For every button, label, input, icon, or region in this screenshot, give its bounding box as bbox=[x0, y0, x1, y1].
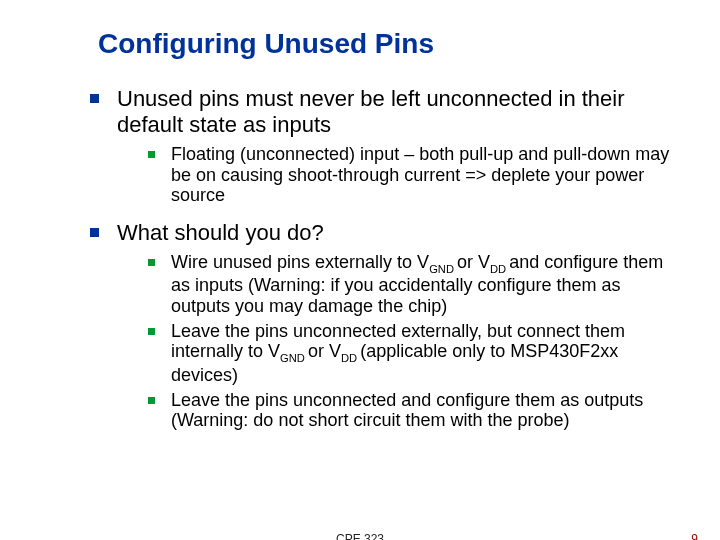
l2-text: Floating (unconnected) input – both pull… bbox=[171, 144, 680, 206]
bullet-l2-item: Floating (unconnected) input – both pull… bbox=[148, 144, 680, 206]
square-bullet-icon bbox=[148, 151, 155, 158]
slide-title: Configuring Unused Pins bbox=[98, 28, 680, 60]
square-bullet-icon bbox=[90, 228, 99, 237]
bullet-l2-item: Wire unused pins externally to VGND or V… bbox=[148, 252, 680, 317]
text-fragment: or V bbox=[457, 252, 490, 272]
square-bullet-icon bbox=[148, 328, 155, 335]
subscript: GND bbox=[280, 352, 308, 364]
bullet-l2-item: Leave the pins unconnected and configure… bbox=[148, 390, 680, 431]
l1-text: Unused pins must never be left unconnect… bbox=[117, 86, 680, 138]
l2-text: Leave the pins unconnected and configure… bbox=[171, 390, 680, 431]
square-bullet-icon bbox=[90, 94, 99, 103]
subscript: GND bbox=[429, 263, 457, 275]
square-bullet-icon bbox=[148, 259, 155, 266]
l1-text: What should you do? bbox=[117, 220, 680, 246]
subscript: DD bbox=[341, 352, 360, 364]
subscript: DD bbox=[490, 263, 509, 275]
l2-text: Wire unused pins externally to VGND or V… bbox=[171, 252, 680, 317]
footer-course: CPE 323 bbox=[336, 532, 384, 540]
l2-text: Leave the pins unconnected externally, b… bbox=[171, 321, 680, 386]
bullet-l2-item: Leave the pins unconnected externally, b… bbox=[148, 321, 680, 386]
bullet-l1-item: Unused pins must never be left unconnect… bbox=[90, 86, 680, 138]
square-bullet-icon bbox=[148, 397, 155, 404]
text-fragment: Wire unused pins externally to V bbox=[171, 252, 429, 272]
footer-page-number: 9 bbox=[691, 532, 698, 540]
bullet-l1-item: What should you do? bbox=[90, 220, 680, 246]
text-fragment: or V bbox=[308, 341, 341, 361]
